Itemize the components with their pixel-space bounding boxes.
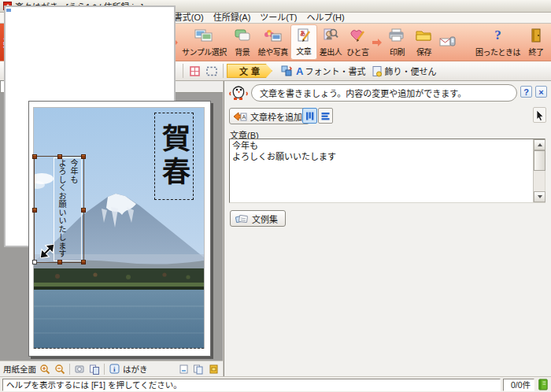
decoration-icon — [372, 65, 383, 77]
paper-full-label[interactable]: 用紙全面 — [3, 363, 36, 375]
info-button[interactable]: i — [108, 363, 120, 375]
mascot-icon — [229, 83, 248, 103]
svg-text:A: A — [242, 114, 246, 120]
resize-handle-se[interactable] — [81, 260, 86, 264]
sender-label: 差出人 — [320, 46, 342, 57]
menu-addressbook[interactable]: 住所録(A) — [209, 13, 255, 23]
add-text-frame-button[interactable]: A 文章枠を追加 — [229, 108, 309, 124]
text-input[interactable]: 今年も よろしくお願いいたします — [230, 139, 533, 202]
font-format-label: フォント・書式 — [305, 65, 365, 77]
mail-button[interactable] — [437, 24, 459, 60]
print-preview-button[interactable] — [73, 363, 86, 375]
save-label: 保存 — [416, 46, 431, 57]
resize-handle-nw[interactable] — [32, 154, 37, 159]
pointer-tool-button[interactable] — [533, 107, 546, 123]
guide-bubble: 文章を書きましょう。内容の変更や追加ができます。 — [251, 84, 517, 102]
status-help-text: ヘルプを表示するには [F1] を押してください。 — [6, 379, 182, 390]
sample-select-label: サンプル選択 — [182, 46, 227, 57]
text-input-wrap: 今年も よろしくお願いいたします — [229, 139, 545, 203]
question-icon: ? — [494, 26, 501, 45]
main-toolbar: 楽々はがき 住所録 おもて うら — [0, 24, 551, 61]
one-word-button[interactable]: ひと言 — [344, 24, 371, 60]
resize-handle-sw[interactable] — [32, 260, 37, 264]
zoom-in-button[interactable] — [39, 363, 51, 375]
separator — [183, 64, 183, 78]
mode-tab-text[interactable]: 文章 — [227, 64, 272, 78]
save-icon — [414, 26, 433, 45]
postcard-preview[interactable]: 賀春 今年も よろしくお願いいたします — [28, 101, 211, 357]
guide-text: 文章を書きましょう。内容の変更や追加ができます。 — [260, 87, 466, 99]
font-format-button[interactable]: A フォント・書式 — [296, 65, 365, 77]
pictures-label: 絵や写真 — [258, 46, 288, 57]
order-swap-button[interactable] — [279, 63, 294, 79]
examples-icon — [235, 213, 249, 224]
separator — [104, 364, 105, 375]
textarea-scrollbar[interactable] — [533, 139, 545, 202]
sender-icon — [322, 26, 339, 45]
menu-help[interactable]: ヘルプ(H) — [302, 13, 348, 23]
grid-view-button[interactable] — [187, 63, 202, 79]
exit-button[interactable]: 終了 — [523, 24, 549, 60]
scroll-down-button[interactable] — [534, 191, 545, 202]
zoom-out-button[interactable] — [54, 363, 66, 375]
protected-page-button[interactable] — [207, 363, 220, 375]
canvas-bottom-toolbar: 用紙全面 i はがき — [0, 361, 223, 376]
resize-handle-s[interactable] — [57, 260, 62, 264]
resize-handle-w[interactable] — [32, 208, 37, 213]
canvas-panel: のうら1 — [0, 81, 223, 376]
resize-cursor-icon — [40, 244, 54, 258]
decoration-button[interactable]: 飾り・便せん — [372, 65, 436, 77]
vertical-text-toggle[interactable] — [302, 108, 317, 124]
menu-tools[interactable]: ツール(T) — [256, 13, 301, 23]
one-word-icon — [349, 26, 366, 45]
resize-handle-ne[interactable] — [81, 154, 86, 159]
panel-help-button[interactable]: ? — [520, 86, 532, 98]
card-face-switch: おもて うら — [85, 27, 123, 58]
background-button[interactable]: 背景 — [229, 24, 256, 60]
selection-frame-button[interactable] — [204, 63, 220, 79]
greeting-text-frame[interactable]: 賀春 — [154, 113, 194, 200]
examples-button[interactable]: 文例集 — [230, 210, 286, 227]
save-button[interactable]: 保存 — [410, 24, 437, 60]
page-layout-button[interactable] — [88, 363, 101, 375]
separator — [223, 64, 224, 78]
door-icon — [530, 26, 542, 45]
separator — [69, 364, 70, 375]
paper-type-label: はがき — [123, 363, 148, 375]
background-label: 背景 — [235, 46, 250, 57]
greeting-text: 賀春 — [160, 124, 188, 190]
scroll-thumb[interactable] — [534, 150, 545, 171]
text-button[interactable]: あ 文章 — [290, 24, 317, 60]
sender-button[interactable]: 差出人 — [317, 24, 345, 60]
resize-handle-n[interactable] — [57, 154, 62, 159]
status-help-box: ヘルプを表示するには [F1] を押してください。 — [2, 379, 501, 391]
resize-handle-e[interactable] — [81, 208, 86, 213]
add-frame-icon: A — [233, 111, 247, 122]
flow-arrow-icon — [372, 38, 383, 47]
background-icon — [234, 26, 251, 45]
text-edit-panel: 文章を書きましょう。内容の変更や追加ができます。 ? × A 文章枠を追加 文章… — [224, 81, 551, 376]
add-text-frame-label: 文章枠を追加 — [250, 110, 302, 123]
back-face-button[interactable]: うら — [85, 43, 123, 58]
menu-format[interactable]: 書式(O) — [170, 13, 208, 23]
panel-close-button[interactable]: × — [535, 86, 547, 98]
scroll-up-button[interactable] — [534, 139, 545, 150]
copy-page-button[interactable] — [192, 363, 205, 375]
status-addressbook-icon[interactable] — [537, 379, 549, 390]
mail-phone-icon — [439, 32, 457, 51]
pictures-button[interactable]: 絵や写真 — [256, 24, 290, 60]
sample-select-button[interactable]: サンプル選択 — [179, 24, 229, 60]
print-button[interactable]: 印刷 — [383, 24, 410, 60]
print-icon — [387, 26, 406, 45]
add-page-button[interactable] — [177, 363, 190, 375]
record-count-box: 0/0件 — [503, 379, 534, 391]
text-icon: あ — [296, 27, 312, 44]
record-count: 0/0件 — [511, 379, 531, 390]
message-text: 今年も よろしくお願いいたします — [56, 159, 80, 260]
message-text-box: 今年も よろしくお願いいたします — [54, 157, 82, 261]
sample-select-icon — [194, 26, 213, 45]
page-actions — [177, 363, 220, 375]
canvas-workspace[interactable]: 賀春 今年も よろしくお願いいたします — [0, 93, 223, 361]
trouble-help-button[interactable]: ? 困ったときは — [473, 24, 523, 60]
horizontal-text-toggle[interactable] — [318, 108, 333, 124]
